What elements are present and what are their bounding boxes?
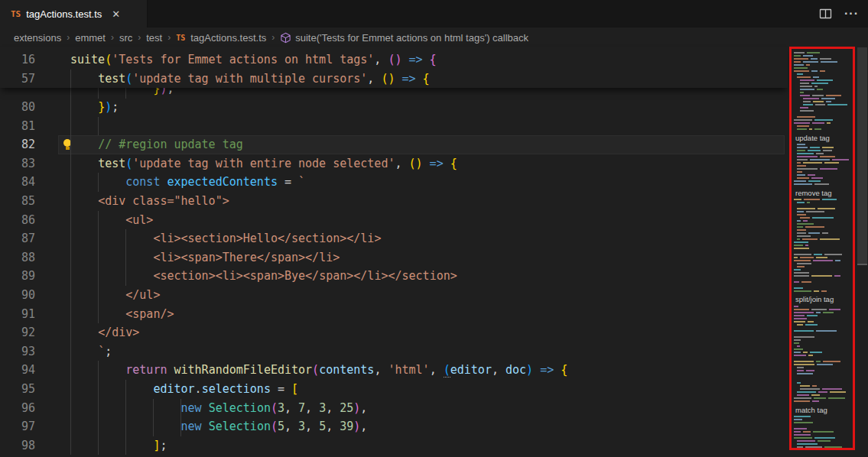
minimap-code-line <box>823 312 834 313</box>
minimap-code-line <box>813 76 819 78</box>
code-text: `; <box>70 342 112 361</box>
minimap[interactable]: update tagremove tagsplit/join tagmatch … <box>792 49 853 449</box>
code-line-95[interactable]: 95editor.selections = [ <box>0 380 788 399</box>
minimap-code-line <box>807 202 811 203</box>
code-token <box>554 363 561 377</box>
line-number[interactable]: 81 <box>0 117 35 136</box>
line-number[interactable]: 86 <box>0 211 35 230</box>
vscode-window: TS tagActions.test.ts ✕ ··· extensions›e… <box>0 0 868 457</box>
minimap-code-line <box>801 281 811 283</box>
code-line-97[interactable]: 97new Selection(5, 3, 5, 39), <box>0 417 788 436</box>
line-number[interactable]: 94 <box>0 361 35 380</box>
line-number[interactable]: 90 <box>0 286 35 305</box>
code-line-81[interactable]: 81 <box>0 117 788 136</box>
breadcrumb-item-emmet[interactable]: emmet <box>75 32 106 44</box>
breadcrumb-item-symbol[interactable]: suite('Tests for Emmet actions on html t… <box>280 32 528 44</box>
code-line-96[interactable]: 96new Selection(3, 7, 3, 25), <box>0 399 788 418</box>
more-actions-icon[interactable]: ··· <box>844 10 859 18</box>
line-number[interactable]: 95 <box>0 380 35 399</box>
code-line-82[interactable]: 82// #region update tag <box>0 135 788 154</box>
code-token: selections <box>202 382 271 396</box>
code-editor[interactable]: });80});8182// #region update tag83test(… <box>0 47 868 457</box>
code-line-87[interactable]: 87<li><section>Hello</section></li> <box>0 229 788 248</box>
line-number[interactable]: 89 <box>0 267 35 286</box>
line-number[interactable]: 16 <box>0 50 35 70</box>
code-token: <span/> <box>125 307 174 321</box>
tab-tagactions-test-ts[interactable]: TS tagActions.test.ts ✕ <box>0 0 148 28</box>
code-token <box>533 363 540 377</box>
code-line-84[interactable]: 84const expectedContents = ` <box>0 173 788 192</box>
line-number[interactable]: 87 <box>0 229 35 248</box>
indent-guides <box>70 117 125 136</box>
minimap-code-line <box>797 446 803 448</box>
minimap-code-line <box>797 211 804 212</box>
minimap-code-line <box>794 330 814 332</box>
minimap-code-line <box>797 229 806 231</box>
minimap-code-line <box>828 397 845 399</box>
sticky-scroll[interactable]: 16suite('Tests for Emmet actions on html… <box>0 47 788 88</box>
minimap-code-line <box>806 370 814 371</box>
line-number[interactable]: 85 <box>0 192 35 211</box>
line-number[interactable]: 97 <box>0 417 35 436</box>
minimap-code-line <box>832 159 849 160</box>
breadcrumb-item-file[interactable]: tagActions.test.ts <box>190 32 266 44</box>
code-line-83[interactable]: 83test('update tag with entire node sele… <box>0 154 788 173</box>
line-number[interactable]: 57 <box>0 70 35 89</box>
code-line-91[interactable]: 91<span/> <box>0 305 788 324</box>
minimap-code-line <box>797 177 809 179</box>
line-number[interactable]: 80 <box>0 98 35 117</box>
code-line-94[interactable]: 94return withRandomFileEditor(contents, … <box>0 361 788 380</box>
minimap-code-line <box>820 156 836 157</box>
code-line-93[interactable]: 93`; <box>0 342 788 361</box>
minimap-region-label: update tag <box>795 134 830 142</box>
minimap-code-line <box>812 95 824 96</box>
code-line-86[interactable]: 86<ul> <box>0 211 788 230</box>
code-line-80[interactable]: 80}); <box>0 98 788 117</box>
minimap-code-line <box>794 431 801 433</box>
line-number[interactable]: 96 <box>0 399 35 418</box>
code-text: <li><section>Hello</section></li> <box>70 229 381 248</box>
minimap-code-line <box>805 324 818 326</box>
minimap-code-line <box>808 232 820 234</box>
code-token <box>202 420 209 433</box>
line-number[interactable]: 92 <box>0 323 35 342</box>
minimap-code-line <box>800 217 810 219</box>
line-number[interactable]: 91 <box>0 305 35 324</box>
code-token: <section><li><span>Bye</span></li></sect… <box>153 269 457 283</box>
code-token: expectedContents <box>167 175 278 189</box>
minimap-code-line <box>797 171 802 173</box>
line-number[interactable]: 84 <box>0 173 35 192</box>
code-text: test('update tag with multiple cursors',… <box>70 70 430 89</box>
code-line-92[interactable]: 92</div> <box>0 323 788 342</box>
code-line-88[interactable]: 88<li><span>There</span></li> <box>0 248 788 267</box>
code-token: , <box>374 363 388 377</box>
code-line-85[interactable]: 85<div class="hello"> <box>0 192 788 211</box>
line-number[interactable]: 82 <box>0 135 35 154</box>
breadcrumb-item-src[interactable]: src <box>119 32 132 44</box>
scrollbar-thumb[interactable] <box>857 47 867 265</box>
minimap-code-line <box>794 248 809 249</box>
code-line-89[interactable]: 89<section><li><span>Bye</span></li></se… <box>0 267 788 286</box>
line-number[interactable]: 98 <box>0 436 35 455</box>
minimap-code-line <box>813 260 833 261</box>
breadcrumb-item-test[interactable]: test <box>146 32 162 44</box>
code-line-16[interactable]: 16suite('Tests for Emmet actions on html… <box>0 50 788 70</box>
minimap-code-line <box>816 153 824 154</box>
line-number[interactable]: 88 <box>0 248 35 267</box>
code-line-98[interactable]: 98]; <box>0 436 788 455</box>
split-editor-icon[interactable] <box>819 8 832 20</box>
minimap-code-line <box>814 254 821 255</box>
code-text: <span/> <box>70 305 174 324</box>
line-number[interactable]: 93 <box>0 342 35 361</box>
minimap-code-line <box>797 238 800 240</box>
code-token: ( <box>125 72 132 86</box>
minimap-code-line <box>812 400 819 402</box>
code-line-90[interactable]: 90</ul> <box>0 286 788 305</box>
close-icon[interactable]: ✕ <box>112 8 120 20</box>
code-line-57[interactable]: 57test('update tag with multiple cursors… <box>0 70 788 89</box>
minimap-code-line <box>818 208 834 209</box>
code-token: 3 <box>278 401 284 415</box>
line-number[interactable]: 83 <box>0 154 35 173</box>
breadcrumb-item-extensions[interactable]: extensions <box>14 32 61 44</box>
minimap-code-line <box>797 370 804 371</box>
